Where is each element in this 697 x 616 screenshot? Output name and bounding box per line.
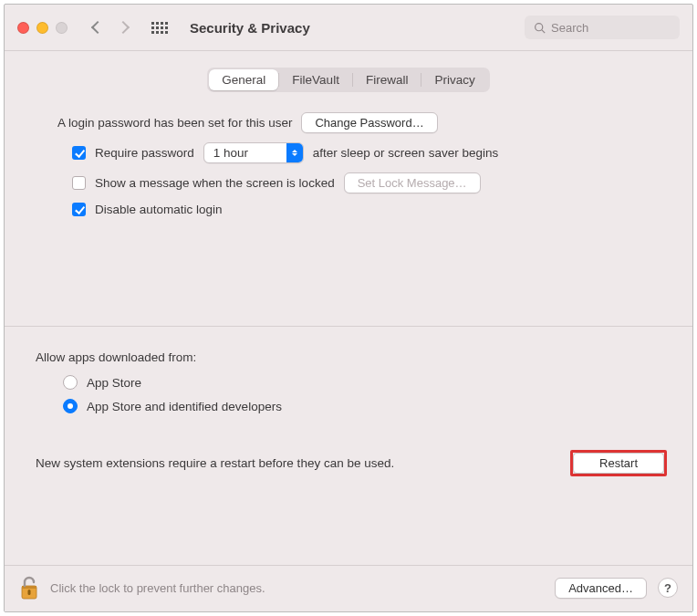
minimize-window-button[interactable] [36,22,48,34]
svg-rect-4 [28,590,31,595]
content-pane: General FileVault Firewall Privacy A log… [5,51,692,565]
lock-hint-text: Click the lock to prevent further change… [50,581,265,595]
restart-highlight-box: Restart [570,450,667,476]
stepper-icon [286,143,303,162]
svg-point-0 [536,23,543,30]
page-title: Security & Privacy [190,20,310,36]
require-password-delay-value: 1 hour [213,146,248,160]
back-button[interactable] [91,21,104,34]
allow-apps-section: Allow apps downloaded from: App Store Ap… [36,350,667,423]
show-message-label: Show a message when the screen is locked [95,176,335,190]
disable-auto-login-checkbox[interactable] [72,203,86,216]
help-button[interactable]: ? [658,578,678,598]
disable-auto-login-row: Disable automatic login [72,203,667,216]
extensions-notice-text: New system extensions require a restart … [36,456,394,470]
prefs-window: Security & Privacy Search General FileVa… [4,4,693,612]
disable-auto-login-label: Disable automatic login [95,203,223,216]
change-password-button[interactable]: Change Password… [301,112,437,133]
close-window-button[interactable] [17,22,29,34]
show-message-checkbox[interactable] [72,176,86,190]
footer-bar: Click the lock to prevent further change… [5,565,692,611]
restart-button[interactable]: Restart [573,453,664,474]
login-password-label: A login password has been set for this u… [57,116,292,130]
search-placeholder: Search [551,21,588,35]
tab-privacy[interactable]: Privacy [421,69,487,90]
show-message-row: Show a message when the screen is locked… [72,172,667,193]
require-password-checkbox[interactable] [72,146,86,160]
extensions-restart-row: New system extensions require a restart … [30,450,667,476]
svg-line-1 [542,29,545,32]
tab-firewall[interactable]: Firewall [353,69,421,90]
forward-button[interactable] [117,21,130,34]
allow-apps-title: Allow apps downloaded from: [36,350,667,364]
allow-apps-option-identified: App Store and identified developers [63,399,667,413]
allow-apps-option-appstore: App Store [63,375,667,390]
nav-arrows [93,23,128,32]
login-password-row: A login password has been set for this u… [57,112,667,133]
require-password-delay-select[interactable]: 1 hour [203,142,304,163]
radio-app-store-identified-label: App Store and identified developers [87,400,282,413]
zoom-window-button[interactable] [56,22,68,34]
show-all-icon[interactable] [151,22,168,34]
require-password-row: Require password 1 hour after sleep or s… [72,142,667,163]
tab-bar: General FileVault Firewall Privacy [207,68,489,92]
search-field[interactable]: Search [525,16,680,39]
radio-app-store-identified[interactable] [63,399,78,413]
tab-filevault[interactable]: FileVault [279,69,352,90]
set-lock-message-button[interactable]: Set Lock Message… [344,172,481,193]
separator [5,326,692,327]
radio-app-store[interactable] [63,375,78,390]
require-password-label-pre: Require password [95,146,194,160]
traffic-lights [17,22,68,34]
window-toolbar: Security & Privacy Search [5,5,692,50]
tab-general[interactable]: General [209,69,278,90]
radio-app-store-label: App Store [87,376,141,390]
require-password-label-post: after sleep or screen saver begins [313,146,498,160]
search-icon [534,22,546,34]
lock-icon[interactable] [19,575,39,600]
advanced-button[interactable]: Advanced… [555,578,647,599]
